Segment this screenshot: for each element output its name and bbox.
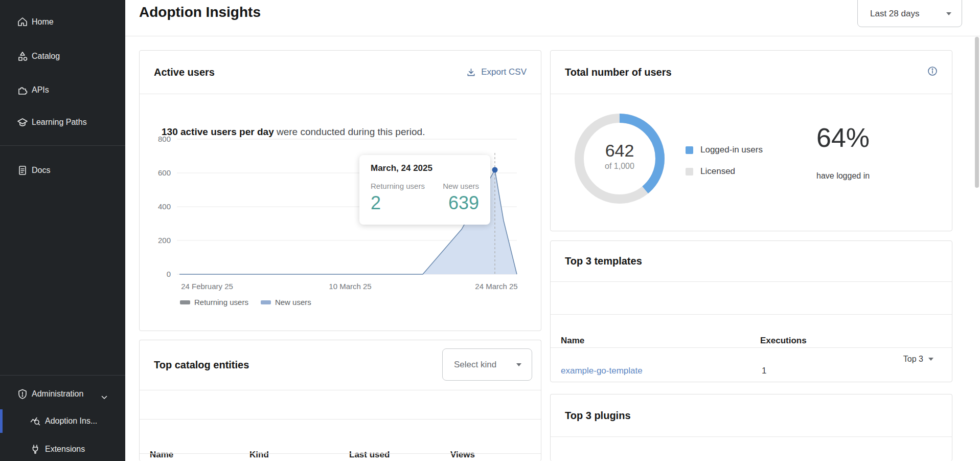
catalog-icon (17, 51, 28, 62)
sidebar-item-label: Home (32, 17, 54, 27)
card-title: Top 3 templates (565, 255, 642, 267)
export-csv-button[interactable]: Export CSV (466, 67, 527, 77)
learning-paths-icon (17, 117, 28, 128)
card-title: Top 3 plugins (565, 410, 631, 422)
column-header-name: Name (150, 450, 173, 460)
table-divider (551, 314, 952, 315)
sidebar: Home Catalog APIs Learning Paths Docs Ad… (0, 0, 125, 461)
caret-down-icon (928, 358, 933, 361)
kind-select[interactable]: Select kind (442, 348, 532, 381)
legend-swatch (686, 146, 693, 154)
column-header-last-used: Last used (349, 450, 390, 460)
apis-icon (17, 84, 28, 96)
top-templates-card: Top 3 templates Name Executions example-… (550, 240, 952, 382)
sidebar-item-label: Adoption Ins... (45, 416, 97, 426)
y-tick: 200 (158, 236, 171, 245)
sidebar-divider (0, 375, 125, 376)
page-title: Adoption Insights (139, 4, 261, 20)
date-range-select[interactable]: Last 28 days (857, 0, 962, 27)
sidebar-item-label: Learning Paths (32, 118, 87, 127)
sidebar-item-apis[interactable]: APIs (0, 78, 125, 102)
donut-value: 642 (571, 141, 668, 161)
sidebar-item-label: Extensions (45, 445, 85, 454)
x-tick: 24 March 25 (475, 282, 517, 291)
card-title: Active users (154, 67, 215, 78)
sidebar-item-catalog[interactable]: Catalog (0, 44, 125, 69)
sidebar-item-docs[interactable]: Docs (0, 158, 125, 183)
x-tick: 24 February 25 (181, 282, 233, 291)
template-link[interactable]: example-go-template (561, 366, 643, 376)
table-divider (140, 453, 541, 454)
y-tick: 400 (158, 202, 171, 211)
sidebar-item-home[interactable]: Home (0, 10, 125, 34)
selected-indicator (0, 409, 3, 433)
legend-item-new-users: New users (261, 298, 311, 306)
data-point-dot (492, 167, 498, 173)
caret-down-icon (516, 363, 521, 366)
sidebar-item-learning-paths[interactable]: Learning Paths (0, 110, 125, 135)
legend-item-licensed: Licensed (686, 166, 763, 177)
adoption-insights-icon (30, 415, 41, 427)
sidebar-item-extensions[interactable]: Extensions (0, 437, 125, 461)
top-catalog-entities-card: Top catalog entities Select kind Name Ki… (139, 340, 541, 461)
percent-caption: have logged in (816, 171, 870, 181)
sidebar-item-label: APIs (32, 85, 49, 95)
y-tick: 600 (158, 168, 171, 177)
donut-legend: Logged-in users Licensed (686, 145, 763, 188)
chart-tooltip: March, 24 2025 Returning users 2 New use… (359, 155, 490, 225)
scrollbar-thumb[interactable] (975, 37, 979, 188)
x-tick: 10 March 25 (329, 282, 371, 291)
y-tick: 0 (167, 270, 171, 278)
rows-per-page-select[interactable]: Top 3 (903, 355, 933, 364)
active-users-card: Active users Export CSV 130 active users… (139, 50, 541, 331)
header-divider (125, 36, 980, 36)
docs-icon (17, 165, 28, 176)
tooltip-label: Returning users (371, 182, 425, 190)
column-header-views: Views (450, 450, 475, 460)
column-header-name: Name (561, 336, 584, 346)
caret-down-icon (946, 12, 951, 15)
tooltip-value: 2 (371, 192, 425, 214)
shield-exclamation-icon (17, 388, 28, 400)
table-divider (140, 419, 541, 420)
percent-value: 64% (816, 122, 870, 153)
date-range-value: Last 28 days (870, 9, 919, 19)
home-icon (17, 16, 28, 28)
donut-denominator: of 1,000 (571, 162, 668, 171)
sidebar-divider (0, 145, 125, 146)
sidebar-item-administration[interactable]: Administration (0, 382, 125, 406)
legend-item-returning-users: Returning users (180, 298, 248, 306)
chevron-down-icon (101, 392, 107, 402)
table-divider (551, 347, 952, 348)
total-users-card: Total number of users 642 of 1,000 Logge… (550, 50, 952, 231)
card-title: Top catalog entities (154, 359, 249, 371)
download-icon (466, 68, 476, 77)
sidebar-item-label: Catalog (32, 52, 60, 61)
kind-select-value: Select kind (454, 360, 496, 370)
tooltip-value: 639 (443, 192, 479, 214)
donut-chart: 642 of 1,000 (571, 110, 668, 207)
chart-legend: Returning users New users (180, 298, 311, 306)
sidebar-item-adoption-insights[interactable]: Adoption Ins... (0, 409, 125, 433)
tooltip-date: March, 24 2025 (371, 163, 479, 173)
info-icon[interactable] (927, 66, 938, 78)
sidebar-item-label: Administration (32, 389, 83, 399)
column-header-executions: Executions (760, 336, 807, 346)
card-title: Total number of users (565, 67, 672, 78)
executions-value: 1 (762, 366, 766, 376)
sidebar-item-label: Docs (32, 166, 50, 175)
column-header-kind: Kind (249, 450, 269, 460)
legend-swatch (261, 300, 271, 304)
legend-swatch (180, 300, 190, 304)
legend-swatch (686, 168, 693, 175)
legend-item-logged-in: Logged-in users (686, 145, 763, 155)
tooltip-label: New users (443, 182, 479, 190)
top-plugins-card: Top 3 plugins Name Trend Views (550, 394, 952, 461)
plug-icon (30, 444, 41, 455)
y-tick: 800 (158, 135, 171, 143)
